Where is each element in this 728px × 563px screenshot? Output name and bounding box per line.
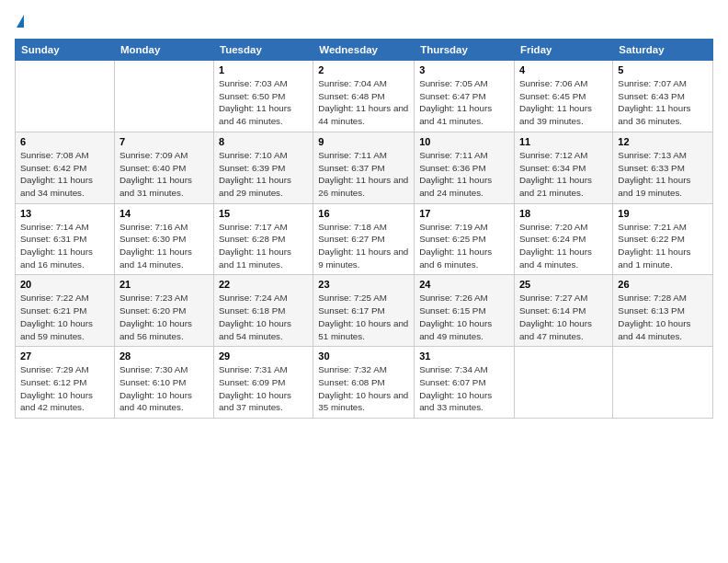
day-info: Sunrise: 7:11 AM Sunset: 6:37 PM Dayligh…: [318, 149, 409, 200]
day-cell: 8Sunrise: 7:10 AM Sunset: 6:39 PM Daylig…: [214, 132, 313, 203]
day-number: 9: [318, 136, 409, 147]
day-info: Sunrise: 7:34 AM Sunset: 6:07 PM Dayligh…: [419, 363, 509, 414]
day-info: Sunrise: 7:31 AM Sunset: 6:09 PM Dayligh…: [219, 363, 308, 414]
day-cell: 15Sunrise: 7:17 AM Sunset: 6:28 PM Dayli…: [214, 203, 313, 275]
day-cell: 7Sunrise: 7:09 AM Sunset: 6:40 PM Daylig…: [114, 132, 213, 203]
day-number: 16: [318, 208, 409, 219]
day-cell: 11Sunrise: 7:12 AM Sunset: 6:34 PM Dayli…: [514, 132, 612, 203]
page-header: [15, 15, 713, 29]
week-row-3: 13Sunrise: 7:14 AM Sunset: 6:31 PM Dayli…: [16, 203, 713, 275]
day-info: Sunrise: 7:09 AM Sunset: 6:40 PM Dayligh…: [119, 149, 209, 200]
day-number: 31: [419, 350, 509, 362]
day-info: Sunrise: 7:24 AM Sunset: 6:18 PM Dayligh…: [219, 292, 308, 342]
day-number: 28: [119, 350, 209, 362]
day-number: 13: [20, 208, 109, 219]
day-cell: 14Sunrise: 7:16 AM Sunset: 6:30 PM Dayli…: [114, 203, 213, 275]
day-cell: 19Sunrise: 7:21 AM Sunset: 6:22 PM Dayli…: [613, 203, 713, 275]
day-cell: 30Sunrise: 7:32 AM Sunset: 6:08 PM Dayli…: [313, 347, 415, 419]
day-cell: 12Sunrise: 7:13 AM Sunset: 6:33 PM Dayli…: [613, 132, 713, 203]
day-number: 22: [219, 279, 308, 290]
day-info: Sunrise: 7:04 AM Sunset: 6:48 PM Dayligh…: [318, 77, 409, 128]
week-row-5: 27Sunrise: 7:29 AM Sunset: 6:12 PM Dayli…: [16, 347, 713, 419]
day-info: Sunrise: 7:10 AM Sunset: 6:39 PM Dayligh…: [219, 149, 308, 200]
day-cell: 18Sunrise: 7:20 AM Sunset: 6:24 PM Dayli…: [514, 203, 612, 275]
day-cell: [613, 347, 713, 419]
day-number: 24: [419, 279, 509, 290]
day-info: Sunrise: 7:19 AM Sunset: 6:25 PM Dayligh…: [419, 221, 509, 271]
day-number: 19: [618, 208, 708, 219]
header-tuesday: Tuesday: [214, 40, 313, 61]
day-info: Sunrise: 7:25 AM Sunset: 6:17 PM Dayligh…: [318, 292, 409, 342]
day-number: 12: [618, 136, 708, 147]
day-number: 2: [318, 64, 409, 75]
day-number: 5: [618, 64, 708, 75]
day-number: 21: [119, 279, 209, 290]
day-number: 30: [318, 350, 409, 362]
day-number: 1: [219, 64, 308, 75]
day-cell: 28Sunrise: 7:30 AM Sunset: 6:10 PM Dayli…: [114, 347, 213, 419]
day-info: Sunrise: 7:13 AM Sunset: 6:33 PM Dayligh…: [618, 149, 708, 200]
day-info: Sunrise: 7:27 AM Sunset: 6:14 PM Dayligh…: [519, 292, 608, 342]
header-row: SundayMondayTuesdayWednesdayThursdayFrid…: [16, 40, 713, 61]
day-info: Sunrise: 7:32 AM Sunset: 6:08 PM Dayligh…: [318, 363, 409, 414]
header-friday: Friday: [514, 40, 612, 61]
day-info: Sunrise: 7:14 AM Sunset: 6:31 PM Dayligh…: [20, 221, 109, 271]
day-cell: 20Sunrise: 7:22 AM Sunset: 6:21 PM Dayli…: [16, 275, 115, 347]
day-info: Sunrise: 7:23 AM Sunset: 6:20 PM Dayligh…: [119, 292, 209, 342]
day-cell: 21Sunrise: 7:23 AM Sunset: 6:20 PM Dayli…: [114, 275, 213, 347]
day-number: 4: [519, 64, 608, 75]
day-cell: [114, 61, 213, 132]
day-number: 23: [318, 279, 409, 290]
day-cell: 17Sunrise: 7:19 AM Sunset: 6:25 PM Dayli…: [415, 203, 515, 275]
day-info: Sunrise: 7:16 AM Sunset: 6:30 PM Dayligh…: [119, 221, 209, 271]
day-cell: 13Sunrise: 7:14 AM Sunset: 6:31 PM Dayli…: [16, 203, 115, 275]
day-cell: 29Sunrise: 7:31 AM Sunset: 6:09 PM Dayli…: [214, 347, 313, 419]
header-wednesday: Wednesday: [313, 40, 415, 61]
day-info: Sunrise: 7:08 AM Sunset: 6:42 PM Dayligh…: [20, 149, 109, 200]
header-monday: Monday: [114, 40, 213, 61]
day-info: Sunrise: 7:03 AM Sunset: 6:50 PM Dayligh…: [219, 77, 308, 128]
day-info: Sunrise: 7:28 AM Sunset: 6:13 PM Dayligh…: [618, 292, 708, 342]
day-cell: 22Sunrise: 7:24 AM Sunset: 6:18 PM Dayli…: [214, 275, 313, 347]
day-cell: 31Sunrise: 7:34 AM Sunset: 6:07 PM Dayli…: [415, 347, 515, 419]
day-info: Sunrise: 7:30 AM Sunset: 6:10 PM Dayligh…: [119, 363, 209, 414]
day-number: 27: [20, 350, 109, 362]
header-saturday: Saturday: [613, 40, 713, 61]
day-info: Sunrise: 7:17 AM Sunset: 6:28 PM Dayligh…: [219, 221, 308, 271]
day-info: Sunrise: 7:12 AM Sunset: 6:34 PM Dayligh…: [519, 149, 608, 200]
day-info: Sunrise: 7:21 AM Sunset: 6:22 PM Dayligh…: [618, 221, 708, 271]
day-cell: [514, 347, 612, 419]
day-number: 11: [519, 136, 608, 147]
day-number: 15: [219, 208, 308, 219]
day-info: Sunrise: 7:05 AM Sunset: 6:47 PM Dayligh…: [419, 77, 509, 128]
logo: [15, 15, 24, 29]
day-number: 3: [419, 64, 509, 75]
week-row-4: 20Sunrise: 7:22 AM Sunset: 6:21 PM Dayli…: [16, 275, 713, 347]
day-info: Sunrise: 7:06 AM Sunset: 6:45 PM Dayligh…: [519, 77, 608, 128]
day-number: 29: [219, 350, 308, 362]
week-row-1: 1Sunrise: 7:03 AM Sunset: 6:50 PM Daylig…: [16, 61, 713, 132]
day-info: Sunrise: 7:22 AM Sunset: 6:21 PM Dayligh…: [20, 292, 109, 342]
day-info: Sunrise: 7:26 AM Sunset: 6:15 PM Dayligh…: [419, 292, 509, 342]
day-number: 25: [519, 279, 608, 290]
day-number: 14: [119, 208, 209, 219]
day-number: 8: [219, 136, 308, 147]
day-cell: 24Sunrise: 7:26 AM Sunset: 6:15 PM Dayli…: [415, 275, 515, 347]
day-cell: [16, 61, 115, 132]
day-cell: 10Sunrise: 7:11 AM Sunset: 6:36 PM Dayli…: [415, 132, 515, 203]
header-sunday: Sunday: [16, 40, 115, 61]
day-info: Sunrise: 7:18 AM Sunset: 6:27 PM Dayligh…: [318, 221, 409, 271]
logo-triangle-icon: [17, 15, 24, 28]
day-cell: 25Sunrise: 7:27 AM Sunset: 6:14 PM Dayli…: [514, 275, 612, 347]
day-number: 26: [618, 279, 708, 290]
day-cell: 4Sunrise: 7:06 AM Sunset: 6:45 PM Daylig…: [514, 61, 612, 132]
week-row-2: 6Sunrise: 7:08 AM Sunset: 6:42 PM Daylig…: [16, 132, 713, 203]
day-number: 18: [519, 208, 608, 219]
day-number: 7: [119, 136, 209, 147]
day-cell: 3Sunrise: 7:05 AM Sunset: 6:47 PM Daylig…: [415, 61, 515, 132]
day-number: 6: [20, 136, 109, 147]
day-cell: 26Sunrise: 7:28 AM Sunset: 6:13 PM Dayli…: [613, 275, 713, 347]
day-info: Sunrise: 7:20 AM Sunset: 6:24 PM Dayligh…: [519, 221, 608, 271]
day-info: Sunrise: 7:29 AM Sunset: 6:12 PM Dayligh…: [20, 363, 109, 414]
day-number: 17: [419, 208, 509, 219]
